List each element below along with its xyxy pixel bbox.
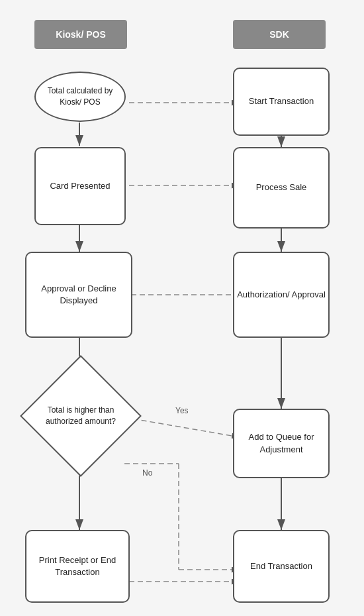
- end-transaction-box: End Transaction: [233, 530, 330, 603]
- total-calculated-oval: Total calculated by Kiosk/ POS: [34, 72, 126, 122]
- add-to-queue-box: Add to Queue for Adjustment: [233, 409, 330, 478]
- diamond-label: Total is higher than authorized amount?: [44, 405, 117, 427]
- kiosk-pos-header: Kiosk/ POS: [34, 20, 127, 49]
- approval-decline-box: Approval or Decline Displayed: [25, 252, 132, 338]
- diamond-decision: Total is higher than authorized amount?: [19, 368, 143, 464]
- svg-text:Yes: Yes: [175, 406, 189, 415]
- authorization-box: Authorization/ Approval: [233, 252, 330, 338]
- process-sale-box: Process Sale: [233, 147, 330, 229]
- print-receipt-box: Print Receipt or End Transaction: [25, 530, 130, 603]
- svg-text:No: No: [142, 468, 153, 478]
- card-presented-box: Card Presented: [34, 147, 126, 225]
- flowchart-diagram: Yes No Kiosk/ POS SDK Total calculated b…: [0, 0, 364, 616]
- sdk-header: SDK: [233, 20, 326, 49]
- start-transaction-box: Start Transaction: [233, 68, 330, 136]
